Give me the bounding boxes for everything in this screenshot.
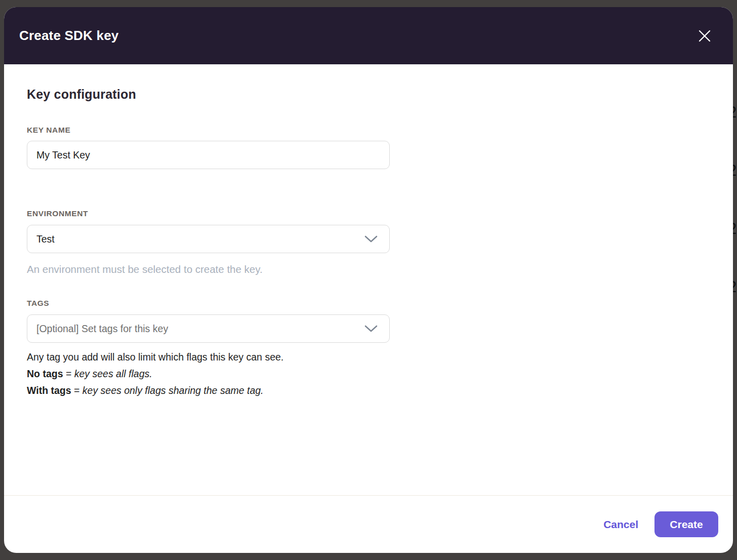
tags-helper-line-3: With tags = key sees only flags sharing … <box>27 382 283 399</box>
close-button[interactable] <box>695 27 714 45</box>
modal-header: Create SDK key <box>4 7 733 64</box>
modal-footer: Cancel Create <box>4 495 733 553</box>
chevron-down-icon <box>364 325 378 333</box>
key-name-input[interactable] <box>27 141 390 169</box>
tags-select[interactable]: [Optional] Set tags for this key <box>27 314 390 343</box>
tags-label: TAGS <box>27 299 49 308</box>
close-icon <box>697 28 712 44</box>
create-sdk-key-modal: Create SDK key Key configuration KEY NAM… <box>4 7 733 553</box>
chevron-down-icon <box>364 235 378 243</box>
environment-helper-text: An environment must be selected to creat… <box>27 263 263 275</box>
create-button[interactable]: Create <box>654 511 718 537</box>
key-name-label: KEY NAME <box>27 126 70 135</box>
cancel-button[interactable]: Cancel <box>603 518 638 531</box>
environment-label: ENVIRONMENT <box>27 209 88 218</box>
tags-helper-line-1: Any tag you add will also limit which fl… <box>27 349 283 366</box>
environment-select[interactable]: Test <box>27 225 390 253</box>
tags-helper-line-2: No tags = key sees all flags. <box>27 366 283 382</box>
modal-title: Create SDK key <box>19 28 118 44</box>
tags-placeholder: [Optional] Set tags for this key <box>36 323 168 335</box>
environment-selected-value: Test <box>36 233 55 245</box>
section-heading: Key configuration <box>27 87 136 102</box>
tags-helper-text: Any tag you add will also limit which fl… <box>27 349 283 399</box>
